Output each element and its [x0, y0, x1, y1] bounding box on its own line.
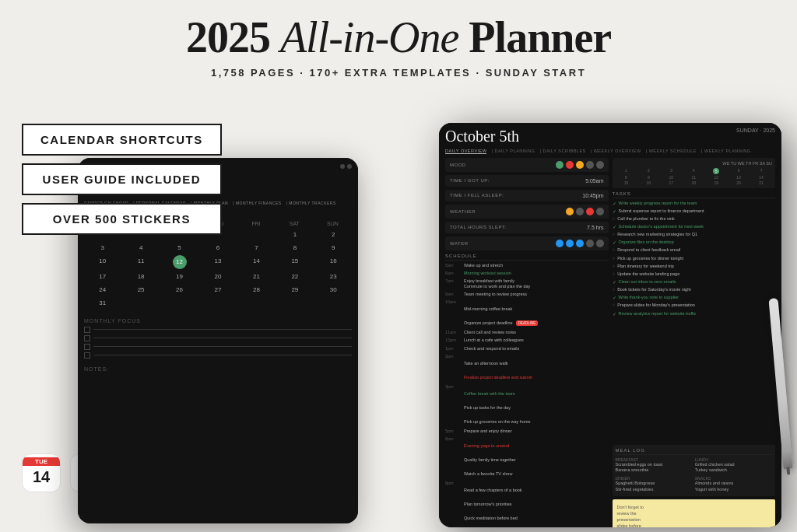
calendar-date-icon: TUE 14 — [22, 453, 61, 492]
task-text-5: Research new marketing strategies for Q1 — [617, 232, 697, 237]
task-text-13: Write thank-you note to supplier — [619, 295, 679, 300]
cal-cell: 22 — [276, 271, 313, 282]
right-tabs: DAILY OVERVIEW | DAILY PLANNING | DAILY … — [445, 149, 775, 154]
check-icon-8: ○ — [613, 256, 616, 261]
task-item-7: ○ Respond to client feedback email — [613, 247, 776, 253]
task-10am-container: Mid-morning coffee break Organize projec… — [464, 299, 538, 327]
tab-weekly-planning[interactable]: | WEEKLY PLANNING — [701, 149, 751, 154]
meal-grid: BREAKFAST Scrambled eggs on toastBanana … — [616, 457, 773, 493]
schedule-item-1pm: 1pm Check and respond to emails — [445, 346, 609, 352]
task-8pm-container: Read a few chapters of a book Plan tomor… — [464, 481, 522, 527]
line — [93, 338, 352, 338]
mini-calendar: WD TU WE TH FR SA SU 1 2 3 4 5 6 7 8 9 1… — [613, 158, 776, 188]
features-list: CALENDAR SHORTCUTS USER GUIDE INCLUDED O… — [22, 124, 222, 235]
lunch-text: Grilled chicken saladTurkey sandwich — [695, 462, 772, 474]
tab-daily-scribbles[interactable]: | DAILY SCRIBBLES — [539, 149, 585, 154]
cal-cell: 9 — [315, 242, 352, 254]
mini-cal-cell: 12 — [705, 175, 727, 180]
check-icon-13: ✓ — [613, 295, 616, 300]
check-icon-9: ○ — [613, 264, 616, 268]
time-3pm: 3pm — [445, 384, 461, 389]
mini-cal-cell: 18 — [683, 180, 704, 185]
checkbox — [84, 335, 90, 341]
check-icon-14: ○ — [613, 303, 616, 307]
task-5pm: Prepare and enjoy dinner — [464, 429, 512, 434]
cal-cell: 25 — [122, 284, 159, 296]
task-6pm-1: Evening yoga to unwind — [464, 443, 509, 448]
meal-section: MEAL LOG BREAKFAST Scrambled eggs on toa… — [613, 445, 776, 496]
schedule-item-5pm: 5pm Prepare and enjoy dinner — [445, 429, 609, 434]
task-text-9: Plan itinerary for weekend trip — [617, 264, 674, 269]
time-got-up-row: TIME I GOT UP: 5:05am — [445, 175, 609, 187]
schedule-item-7am: 7am Enjoy breakfast with familyCommute t… — [445, 278, 609, 289]
mini-cal-cell: 14 — [750, 175, 772, 180]
cal-cell: 13 — [199, 255, 236, 269]
task-8pm-2: Plan tomorrow's priorities — [464, 502, 512, 506]
check-icon-10: ○ — [613, 271, 616, 276]
task-text-1: Write weekly progress report for the tea… — [619, 201, 697, 206]
task-7am: Enjoy breakfast with familyCommute to wo… — [464, 278, 530, 289]
cal-fri: FRI — [237, 221, 276, 226]
mood-label: MOOD — [450, 163, 466, 167]
cal-cell: 17 — [84, 271, 121, 282]
cal-cell: 29 — [276, 284, 313, 296]
content-area: CALENDAR SHORTCUTS USER GUIDE INCLUDED O… — [0, 85, 797, 531]
tasks-title: TASKS — [613, 191, 776, 198]
check-icon-4: ✓ — [613, 224, 616, 229]
focus-line — [84, 335, 352, 341]
focus-line — [84, 327, 352, 333]
task-item-13: ✓ Write thank-you note to supplier — [613, 295, 776, 300]
cal-cell: 10 — [84, 255, 121, 269]
cal-cell: 31 — [84, 297, 121, 309]
time-12pm: 12pm — [445, 338, 461, 342]
schedule-item-8pm: 8pm Read a few chapters of a book Plan t… — [445, 481, 609, 527]
nav-tab-trackers: | MONTHLY TRACKERS — [286, 201, 336, 205]
tasks-section: TASKS ✓ Write weekly progress report for… — [613, 191, 776, 442]
dinner-col: DINNER Spaghetti BologneseStir-fried veg… — [616, 476, 693, 492]
mini-cal-cell-today: 5 — [713, 168, 719, 174]
feature-badge-3: OVER 500 STICKERS — [22, 203, 222, 235]
task-10am: Mid-morning coffee break — [464, 306, 512, 311]
page-header: 2025 All-in-One Planner 1,758 PAGES · 17… — [0, 0, 797, 79]
cal-cell: 2 — [315, 229, 352, 240]
tab-weekly-schedule[interactable]: | WEEKLY SCHEDULE — [646, 149, 697, 154]
right-left-col: MOOD TIME I GOT UP: 5:05am — [445, 158, 609, 527]
weather-icons — [566, 208, 604, 215]
check-icon-2: ✓ — [613, 208, 616, 214]
water-icon-5 — [596, 240, 604, 247]
schedule-item-11am: 11am Client call and review notes — [445, 330, 609, 335]
task-text-15: Review analytics report for website traf… — [619, 311, 697, 317]
right-content-grid: MOOD TIME I GOT UP: 5:05am — [445, 158, 775, 506]
weather-label: WEATHER — [450, 209, 476, 214]
mini-cal-cell: 3 — [660, 168, 682, 174]
check-icon-7: ○ — [613, 247, 616, 252]
task-3pm-2: Pick up tasks for the day — [464, 405, 511, 410]
total-hours-value: 7.5 hrs — [587, 225, 603, 230]
cal-cell: 6 — [199, 242, 236, 254]
mini-cal-grid: 1 2 3 4 5 6 7 8 9 10 11 12 13 — [616, 168, 773, 185]
cal-cell: 14 — [238, 255, 275, 269]
cal-cell: 24 — [84, 284, 121, 296]
task-item-6: ✓ Organize files on the desktop — [613, 240, 776, 245]
deadline-badge: DEADLINE — [516, 320, 539, 326]
task-text-4: Schedule doctor's appointment for next w… — [619, 224, 704, 229]
cal-cell: 27 — [199, 284, 236, 296]
task-3pm-container: Coffee break with the team Pick up tasks… — [464, 384, 531, 426]
task-9am: Team meeting to review progress — [464, 292, 527, 297]
tab-daily-planning[interactable]: | DAILY PLANNING — [491, 149, 535, 154]
mini-cal-cell: 13 — [728, 175, 750, 180]
schedule-item-12pm: 12pm Lunch at a cafe with colleagues — [445, 338, 609, 343]
mood-circle-1 — [556, 161, 564, 169]
cal-sun: SUN — [314, 221, 352, 226]
cal-cell: 21 — [238, 271, 275, 282]
cal-cell: 11 — [122, 255, 159, 269]
monthly-focus-label: MONTHLY FOCUS — [84, 318, 352, 324]
day-of-week: SUNDAY · 2025 — [736, 128, 775, 133]
title-suffix: Planner — [458, 13, 611, 61]
line — [93, 329, 352, 330]
time-5pm: 5pm — [445, 429, 461, 433]
mini-cal-cell: 1 — [616, 168, 637, 174]
tab-weekly-overview[interactable]: | WEEKLY OVERVIEW — [591, 149, 641, 154]
task-item-5: ○ Research new marketing strategies for … — [613, 232, 776, 237]
tab-daily-overview[interactable]: DAILY OVERVIEW — [445, 149, 486, 154]
